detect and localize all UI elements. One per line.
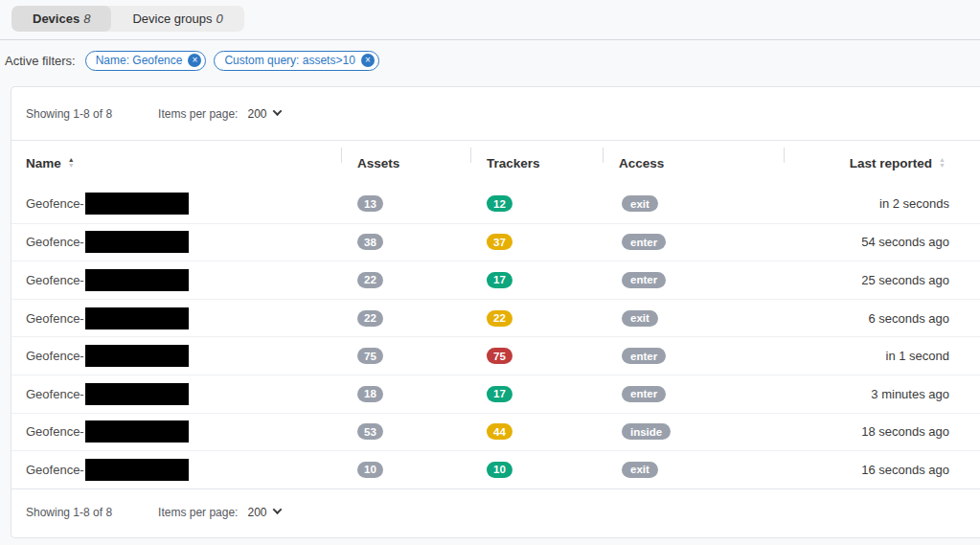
chevron-down-icon	[273, 505, 283, 514]
last-reported-value: 25 seconds ago	[784, 273, 980, 287]
assets-count-badge: 10	[357, 462, 383, 478]
last-reported-value: in 1 second	[784, 349, 980, 363]
filter-chip-name-label: Name: Geofence	[96, 54, 183, 67]
sort-ascending-icon: ▲▼	[68, 157, 75, 169]
table-body: Geofence- 13 12 exit in 2 seconds Geofen…	[11, 185, 980, 488]
access-status-badge: exit	[622, 462, 658, 478]
table-row[interactable]: Geofence- 18 17 enter 3 minutes ago	[11, 375, 980, 413]
tab-devices[interactable]: Devices8	[11, 6, 111, 32]
assets-count-badge: 13	[357, 195, 383, 212]
redacted-name	[85, 345, 189, 367]
trackers-count-badge: 12	[487, 195, 513, 212]
access-status-badge: enter	[622, 348, 666, 364]
device-name: Geofence-	[26, 349, 84, 363]
column-header-name[interactable]: Name ▲▼	[11, 141, 341, 185]
showing-count: Showing 1-8 of 8	[26, 506, 112, 519]
table-row[interactable]: Geofence- 22 22 exit 6 seconds ago	[11, 299, 980, 337]
trackers-count-badge: 17	[487, 272, 513, 288]
last-reported-value: 16 seconds ago	[784, 463, 980, 477]
devices-table-card: Showing 1-8 of 8 Items per page: 200 Nam…	[11, 86, 980, 538]
table-row[interactable]: Geofence- 38 37 enter 54 seconds ago	[11, 223, 980, 261]
assets-count-badge: 22	[357, 310, 383, 327]
assets-count-badge: 38	[357, 234, 383, 250]
column-header-assets-label: Assets	[357, 156, 399, 170]
last-reported-value: 18 seconds ago	[784, 424, 980, 439]
trackers-count-badge: 17	[487, 386, 513, 402]
assets-count-badge: 75	[357, 348, 383, 364]
column-header-last-reported-label: Last reported	[850, 156, 932, 170]
column-header-name-label: Name	[26, 156, 61, 170]
items-per-page-select[interactable]: Items per page: 200	[158, 107, 281, 121]
close-icon[interactable]: ×	[188, 54, 201, 67]
tab-devices-label: Devices	[33, 11, 80, 26]
redacted-name	[85, 420, 189, 443]
last-reported-value: 6 seconds ago	[784, 311, 980, 326]
items-per-page-select[interactable]: Items per page: 200	[158, 506, 281, 519]
column-header-trackers[interactable]: Trackers	[470, 141, 603, 185]
access-status-badge: exit	[622, 195, 658, 212]
items-per-page-value: 200	[247, 107, 266, 121]
redacted-name	[85, 231, 189, 253]
divider	[0, 39, 980, 40]
table-row[interactable]: Geofence- 10 10 exit 16 seconds ago	[11, 450, 980, 488]
tab-bar: Devices8 Device groups0	[11, 6, 244, 32]
items-per-page-label: Items per page:	[158, 506, 238, 519]
device-name: Geofence-	[26, 235, 84, 249]
assets-count-badge: 18	[357, 386, 383, 402]
access-status-badge: exit	[622, 310, 658, 327]
close-icon[interactable]: ×	[361, 54, 375, 67]
filter-chip-custom-query-label: Custom query: assets>10	[224, 54, 354, 67]
column-header-access[interactable]: Access	[603, 141, 784, 185]
table-row[interactable]: Geofence- 53 44 inside 18 seconds ago	[11, 413, 980, 451]
showing-count: Showing 1-8 of 8	[26, 107, 112, 121]
assets-count-badge: 22	[357, 272, 383, 288]
redacted-name	[85, 269, 189, 291]
column-header-access-label: Access	[619, 156, 664, 170]
tab-devices-count: 8	[83, 11, 90, 26]
tab-device-groups-label: Device groups	[132, 11, 212, 26]
filter-chip-custom-query[interactable]: Custom query: assets>10 ×	[214, 51, 378, 71]
sort-icon: ▲▼	[939, 157, 946, 169]
trackers-count-badge: 75	[487, 348, 513, 364]
access-status-badge: enter	[622, 234, 666, 250]
column-header-trackers-label: Trackers	[487, 156, 540, 170]
last-reported-value: 54 seconds ago	[784, 235, 980, 249]
active-filters-row: Active filters: Name: Geofence × Custom …	[5, 50, 379, 71]
device-name: Geofence-	[26, 463, 84, 477]
device-name: Geofence-	[26, 311, 84, 326]
column-header-last-reported[interactable]: Last reported ▲▼	[784, 141, 980, 185]
pagination-top: Showing 1-8 of 8 Items per page: 200	[11, 87, 980, 141]
chevron-down-icon	[273, 106, 283, 116]
redacted-name	[85, 459, 189, 481]
pagination-bottom: Showing 1-8 of 8 Items per page: 200	[11, 488, 980, 535]
access-status-badge: inside	[622, 423, 671, 440]
items-per-page-label: Items per page:	[158, 107, 238, 121]
trackers-count-badge: 10	[487, 462, 513, 478]
table-row[interactable]: Geofence- 22 17 enter 25 seconds ago	[11, 261, 980, 299]
last-reported-value: 3 minutes ago	[784, 387, 980, 401]
items-per-page-value: 200	[247, 506, 266, 519]
redacted-name	[85, 307, 189, 329]
trackers-count-badge: 44	[487, 423, 513, 440]
tab-device-groups-count: 0	[217, 11, 223, 26]
device-name: Geofence-	[26, 424, 84, 439]
table-row[interactable]: Geofence- 13 12 exit in 2 seconds	[11, 185, 980, 223]
filter-chip-name[interactable]: Name: Geofence ×	[85, 51, 207, 71]
redacted-name	[85, 193, 189, 215]
column-header-assets[interactable]: Assets	[341, 141, 470, 185]
device-name: Geofence-	[26, 273, 84, 287]
tab-device-groups[interactable]: Device groups0	[111, 6, 243, 32]
table-row[interactable]: Geofence- 75 75 enter in 1 second	[11, 336, 980, 375]
last-reported-value: in 2 seconds	[784, 196, 980, 211]
access-status-badge: enter	[622, 386, 666, 402]
trackers-count-badge: 22	[487, 310, 513, 327]
access-status-badge: enter	[622, 272, 666, 288]
trackers-count-badge: 37	[487, 234, 513, 250]
active-filters-label: Active filters:	[5, 54, 76, 68]
device-name: Geofence-	[26, 387, 84, 401]
table-header: Name ▲▼ Assets Trackers Access Last repo…	[11, 141, 980, 185]
redacted-name	[85, 383, 189, 405]
assets-count-badge: 53	[357, 423, 383, 440]
device-name: Geofence-	[26, 196, 84, 211]
